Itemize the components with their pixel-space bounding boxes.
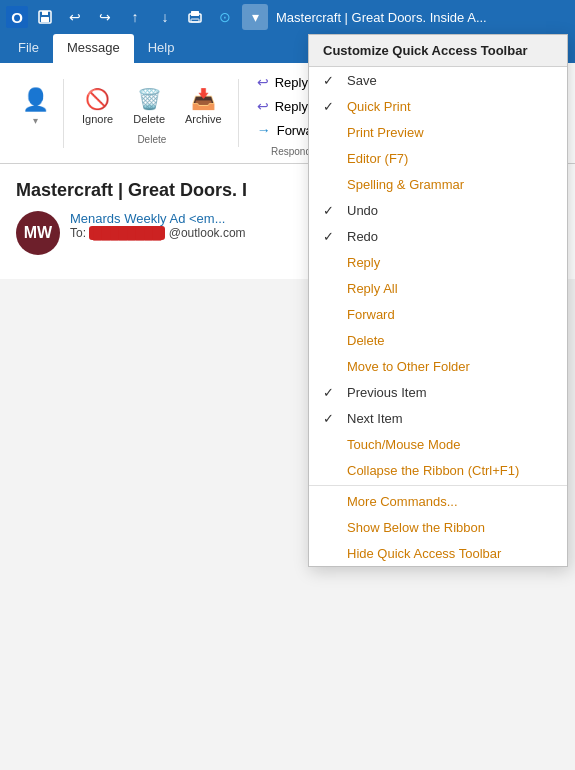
svg-rect-2 xyxy=(41,17,49,22)
tab-help[interactable]: Help xyxy=(134,34,189,63)
check-icon: ✓ xyxy=(323,411,339,426)
dropdown-item-touch-mode[interactable]: Touch/Mouse Mode xyxy=(309,431,567,457)
email-subject: Mastercraft | Great Doors. I xyxy=(16,180,316,201)
dropdown-item-spelling[interactable]: Spelling & Grammar xyxy=(309,171,567,197)
dropdown-item-prev[interactable]: ✓ Previous Item xyxy=(309,379,567,405)
title-bar: O ↩ ↪ ↑ ↓ ⊙ ▾ Mastercraft | Great Doors.… xyxy=(0,0,575,34)
item-label: More Commands... xyxy=(347,494,458,509)
people-button[interactable]: 👤 ▾ xyxy=(16,83,55,130)
delete-group: 🚫 Ignore 🗑️ Delete 📥 Archive Delete xyxy=(66,79,239,147)
dropdown-item-collapse-ribbon[interactable]: Collapse the Ribbon (Ctrl+F1) xyxy=(309,457,567,483)
dropdown-item-reply[interactable]: Reply xyxy=(309,249,567,275)
delete-button[interactable]: 🗑️ Delete xyxy=(125,83,173,129)
dropdown-header: Customize Quick Access Toolbar xyxy=(309,35,567,67)
svg-rect-5 xyxy=(191,19,199,22)
reply-icon: ↩ xyxy=(257,74,269,90)
circle-button[interactable]: ⊙ xyxy=(212,4,238,30)
item-label: Print Preview xyxy=(347,125,424,140)
check-icon: ✓ xyxy=(323,73,339,88)
dropdown-item-delete[interactable]: Delete xyxy=(309,327,567,353)
item-label: Delete xyxy=(347,333,385,348)
save-button[interactable] xyxy=(32,4,58,30)
archive-button[interactable]: 📥 Archive xyxy=(177,83,230,129)
reply-all-icon: ↩ xyxy=(257,98,269,114)
item-label: Touch/Mouse Mode xyxy=(347,437,460,452)
check-icon: ✓ xyxy=(323,99,339,114)
check-icon: ✓ xyxy=(323,229,339,244)
person-icon: 👤 xyxy=(22,87,49,113)
redo-button[interactable]: ↪ xyxy=(92,4,118,30)
to-label: To: xyxy=(70,226,86,240)
item-label: Reply xyxy=(347,255,380,270)
item-label: Quick Print xyxy=(347,99,411,114)
item-label: Move to Other Folder xyxy=(347,359,470,374)
item-label: Next Item xyxy=(347,411,403,426)
ignore-button[interactable]: 🚫 Ignore xyxy=(74,83,121,129)
check-icon: ✓ xyxy=(323,385,339,400)
down-button[interactable]: ↓ xyxy=(152,4,178,30)
people-group: 👤 ▾ xyxy=(8,79,64,148)
dropdown-item-forward[interactable]: Forward xyxy=(309,301,567,327)
item-label: Hide Quick Access Toolbar xyxy=(347,546,501,561)
trash-icon: 🗑️ xyxy=(137,87,162,111)
dropdown-item-undo[interactable]: ✓ Undo xyxy=(309,197,567,223)
item-label: Forward xyxy=(347,307,395,322)
item-label: Collapse the Ribbon (Ctrl+F1) xyxy=(347,463,519,478)
delete-group-label: Delete xyxy=(66,134,238,145)
item-label: Save xyxy=(347,73,377,88)
dropdown-item-editor[interactable]: Editor (F7) xyxy=(309,145,567,171)
dropdown-item-print-preview[interactable]: Print Preview xyxy=(309,119,567,145)
window-title: Mastercraft | Great Doors. Inside A... xyxy=(276,10,569,25)
dropdown-item-redo[interactable]: ✓ Redo xyxy=(309,223,567,249)
item-label: Undo xyxy=(347,203,378,218)
customize-toolbar-dropdown: Customize Quick Access Toolbar ✓ Save ✓ … xyxy=(308,34,568,567)
svg-rect-1 xyxy=(42,11,48,15)
archive-icon: 📥 xyxy=(191,87,216,111)
dropdown-divider xyxy=(309,485,567,486)
item-label: Redo xyxy=(347,229,378,244)
dropdown-item-show-below[interactable]: Show Below the Ribbon xyxy=(309,514,567,540)
item-label: Editor (F7) xyxy=(347,151,408,166)
ignore-icon: 🚫 xyxy=(85,87,110,111)
item-label: Show Below the Ribbon xyxy=(347,520,485,535)
forward-icon: → xyxy=(257,122,271,138)
tab-message[interactable]: Message xyxy=(53,34,134,63)
up-button[interactable]: ↑ xyxy=(122,4,148,30)
dropdown-item-reply-all[interactable]: Reply All xyxy=(309,275,567,301)
check-icon: ✓ xyxy=(323,203,339,218)
dropdown-item-save[interactable]: ✓ Save xyxy=(309,67,567,93)
redacted-address: ████████ xyxy=(89,226,165,240)
avatar: MW xyxy=(16,211,60,255)
email-domain: @outlook.com xyxy=(169,226,246,240)
dropdown-item-quick-print[interactable]: ✓ Quick Print xyxy=(309,93,567,119)
dropdown-item-next[interactable]: ✓ Next Item xyxy=(309,405,567,431)
item-label: Previous Item xyxy=(347,385,426,400)
toolbar-dropdown-button[interactable]: ▾ xyxy=(242,4,268,30)
undo-button[interactable]: ↩ xyxy=(62,4,88,30)
dropdown-item-move-folder[interactable]: Move to Other Folder xyxy=(309,353,567,379)
quick-access-toolbar: ↩ ↪ ↑ ↓ ⊙ ▾ xyxy=(32,4,268,30)
svg-rect-4 xyxy=(191,11,199,16)
print-button[interactable] xyxy=(182,4,208,30)
app-icon: O xyxy=(6,6,28,28)
dropdown-item-hide-toolbar[interactable]: Hide Quick Access Toolbar xyxy=(309,540,567,566)
item-label: Reply All xyxy=(347,281,398,296)
dropdown-item-more-commands[interactable]: More Commands... xyxy=(309,488,567,514)
item-label: Spelling & Grammar xyxy=(347,177,464,192)
tab-file[interactable]: File xyxy=(4,34,53,63)
